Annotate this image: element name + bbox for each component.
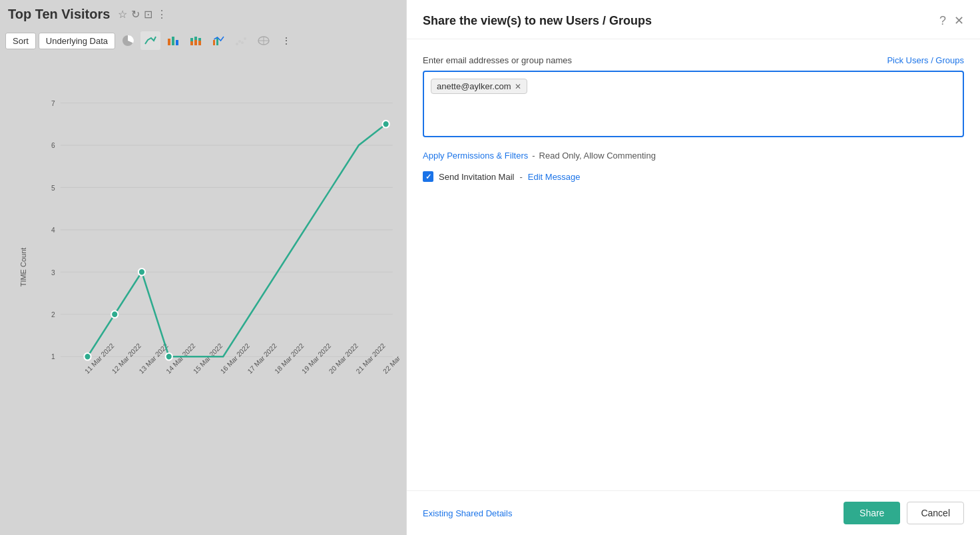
- footer-buttons: Share Cancel: [844, 502, 964, 524]
- chart-header-icons: ☆ ↻ ⊡ ⋮: [118, 8, 167, 21]
- svg-text:5: 5: [51, 184, 55, 191]
- chart-panel: Top Ten Visitors ☆ ↻ ⊡ ⋮ Sort Underlying…: [0, 0, 406, 535]
- dialog-header: Share the view(s) to new Users / Groups …: [407, 0, 980, 39]
- chart-header: Top Ten Visitors ☆ ↻ ⊡ ⋮: [0, 0, 406, 27]
- dialog-title: Share the view(s) to new Users / Groups: [423, 14, 652, 28]
- svg-rect-10: [213, 40, 215, 45]
- svg-point-49: [383, 121, 389, 128]
- dialog-footer: Existing Shared Details Share Cancel: [407, 490, 980, 535]
- svg-rect-7: [194, 37, 197, 40]
- stacked-bar-icon[interactable]: [186, 31, 206, 50]
- permissions-row: Apply Permissions & Filters - Read Only,…: [423, 151, 964, 161]
- invitation-label: Send Invitation Mail: [439, 172, 514, 182]
- line-chart-icon[interactable]: [140, 31, 160, 50]
- map-icon[interactable]: [254, 31, 274, 50]
- email-field-label: Enter email addresses or group names: [423, 55, 572, 65]
- cancel-button[interactable]: Cancel: [907, 502, 964, 524]
- chart-title: Top Ten Visitors: [8, 7, 110, 22]
- svg-rect-4: [190, 41, 193, 45]
- save-icon[interactable]: ⊡: [144, 8, 152, 21]
- svg-point-13: [238, 40, 241, 43]
- svg-rect-8: [198, 41, 201, 45]
- email-tag-remove[interactable]: ✕: [515, 83, 521, 91]
- svg-text:3: 3: [51, 268, 55, 276]
- dialog-panel: Share the view(s) to new Users / Groups …: [406, 0, 980, 535]
- svg-text:6: 6: [51, 142, 55, 149]
- svg-point-12: [236, 43, 238, 45]
- svg-text:2: 2: [51, 311, 55, 318]
- star-icon[interactable]: ☆: [118, 8, 127, 21]
- existing-shared-link[interactable]: Existing Shared Details: [423, 508, 512, 518]
- chart-area: TIME Count 1 2 3 4 5 6 7 11 Mar 2022 12 …: [0, 54, 406, 480]
- field-label-row: Enter email addresses or group names Pic…: [423, 55, 964, 65]
- bar-chart-icon[interactable]: [163, 31, 183, 50]
- chart-toolbar: Sort Underlying Data: [0, 27, 406, 54]
- close-icon[interactable]: ✕: [954, 13, 964, 28]
- pie-chart-icon[interactable]: [118, 31, 138, 50]
- chart-svg: 1 2 3 4 5 6 7 11 Mar 2022 12 Mar 2022 13…: [33, 61, 399, 427]
- scatter-icon[interactable]: [231, 31, 251, 50]
- sort-button[interactable]: Sort: [5, 33, 36, 49]
- email-tag-text: anette@aylker.com: [437, 81, 511, 91]
- permissions-value: Read Only, Allow Commenting: [539, 151, 656, 161]
- svg-rect-3: [176, 40, 178, 45]
- underlying-data-button[interactable]: Underlying Data: [39, 33, 115, 49]
- more-icon[interactable]: ⋮: [156, 8, 167, 21]
- send-invitation-checkbox[interactable]: [423, 171, 433, 182]
- svg-rect-2: [172, 37, 174, 45]
- edit-message-link[interactable]: Edit Message: [528, 172, 581, 182]
- svg-rect-11: [216, 38, 218, 45]
- email-input-area[interactable]: anette@aylker.com ✕: [423, 71, 964, 137]
- share-button[interactable]: Share: [844, 502, 900, 524]
- invitation-dash: -: [519, 172, 522, 182]
- svg-point-14: [241, 41, 244, 44]
- svg-point-15: [244, 37, 246, 40]
- svg-point-46: [111, 310, 118, 318]
- svg-rect-9: [198, 38, 201, 41]
- dialog-body: Enter email addresses or group names Pic…: [407, 39, 980, 490]
- svg-rect-1: [168, 39, 170, 45]
- dialog-header-actions: ? ✕: [939, 13, 964, 28]
- svg-rect-5: [190, 38, 193, 41]
- email-tag: anette@aylker.com ✕: [431, 79, 527, 94]
- svg-point-47: [138, 268, 145, 276]
- refresh-icon[interactable]: ↻: [131, 8, 140, 21]
- chart-more-icon[interactable]: ⋮: [276, 31, 296, 50]
- y-axis-label: TIME Count: [19, 248, 27, 287]
- permissions-dash: -: [532, 151, 535, 161]
- pick-users-link[interactable]: Pick Users / Groups: [887, 55, 964, 65]
- combo-chart-icon[interactable]: [208, 31, 228, 50]
- svg-point-48: [166, 353, 172, 360]
- svg-text:7: 7: [51, 100, 55, 107]
- svg-point-45: [84, 353, 91, 360]
- svg-text:1: 1: [51, 353, 55, 360]
- help-icon[interactable]: ?: [939, 14, 946, 28]
- svg-text:4: 4: [51, 227, 55, 234]
- permissions-link[interactable]: Apply Permissions & Filters: [423, 151, 528, 161]
- svg-rect-6: [194, 40, 197, 45]
- invitation-row: Send Invitation Mail - Edit Message: [423, 171, 964, 182]
